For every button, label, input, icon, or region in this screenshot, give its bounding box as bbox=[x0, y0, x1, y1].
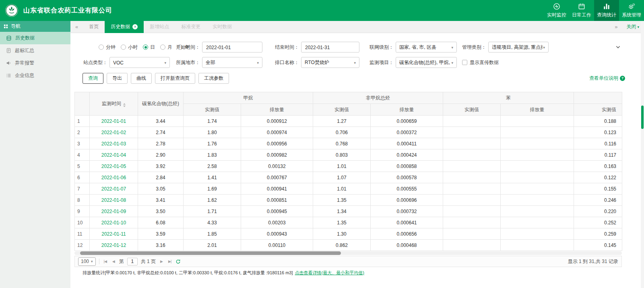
pager-first-icon[interactable]: |◀ bbox=[103, 259, 108, 263]
city-select[interactable]: 全部 ▾ bbox=[202, 57, 262, 68]
end-time-input[interactable] bbox=[301, 42, 359, 53]
table-row[interactable]: 22022-01-022.741.800.0009740.7060.000372… bbox=[75, 127, 622, 138]
daily-work-icon bbox=[578, 2, 586, 10]
period-radio-4[interactable]: 月 bbox=[160, 44, 172, 51]
monitor-items-select[interactable]: 碳氢化合物(总烃), 甲烷, 非甲烷总烃 ▾ bbox=[396, 57, 457, 68]
action-button-3[interactable]: 曲线 bbox=[131, 73, 152, 84]
horizontal-scrollbar[interactable] bbox=[74, 251, 622, 255]
stats-detail-link[interactable]: 点击查看详情(最大、最小和平均值) bbox=[295, 270, 364, 276]
site-type-select[interactable]: VOC ▾ bbox=[109, 57, 170, 68]
table-row[interactable]: 52022-01-053.922.580.001321.010.0008580.… bbox=[75, 161, 622, 172]
header-sub: 排放量 bbox=[501, 104, 574, 116]
tab-1[interactable]: 首页 bbox=[83, 21, 105, 33]
tab-scroll-left-icon[interactable]: « bbox=[70, 24, 83, 30]
page-size-select[interactable]: 100 ▾ bbox=[78, 257, 96, 266]
refresh-icon[interactable] bbox=[175, 259, 181, 264]
divider bbox=[99, 259, 99, 264]
tab-scroll-right-icon[interactable]: » bbox=[610, 24, 622, 30]
table-cell: 2.01 bbox=[184, 240, 241, 251]
date-link[interactable]: 2022-01-05 bbox=[101, 164, 126, 169]
sort-icon[interactable] bbox=[123, 103, 126, 107]
start-time-input[interactable] bbox=[202, 42, 262, 53]
table-cell bbox=[443, 127, 501, 138]
header-group-2: 非甲烷总烃 bbox=[313, 92, 443, 104]
tab-5[interactable]: 实时数据 bbox=[206, 21, 238, 33]
action-button-5[interactable]: 工况参数 bbox=[198, 73, 229, 84]
top-nav-item-2[interactable]: 日常工作 bbox=[569, 0, 594, 21]
top-nav-item-3[interactable]: 查询统计 bbox=[594, 0, 619, 21]
sidebar-item-2[interactable]: 超标汇总 bbox=[0, 44, 70, 57]
network-level-select[interactable]: 国家, 省, 市, 区县 ▾ bbox=[396, 42, 457, 53]
horizontal-scrollbar-thumb[interactable] bbox=[80, 251, 341, 255]
tab-label: 首页 bbox=[89, 23, 99, 30]
close-tabs-menu[interactable]: 关闭 ▾ bbox=[626, 23, 639, 30]
table-cell: 0.145 bbox=[574, 240, 622, 251]
date-link[interactable]: 2022-01-09 bbox=[101, 209, 126, 214]
direct-data-checkbox[interactable]: 显示直传数据 bbox=[462, 59, 499, 66]
vertical-scrollbar[interactable] bbox=[641, 21, 644, 288]
table-row[interactable]: 102022-01-106.084.330.002031.350.0006410… bbox=[75, 217, 622, 228]
unit-help-link[interactable]: 查看单位说明 ? bbox=[589, 75, 625, 82]
pager-prev-icon[interactable]: ◀ bbox=[111, 259, 116, 263]
tab-close-icon[interactable]: × bbox=[132, 24, 138, 29]
radio-icon bbox=[160, 45, 165, 50]
date-link[interactable]: 2022-01-12 bbox=[101, 242, 126, 248]
manage-type-select[interactable]: 违规项目, 高架源, 重点排污 ▾ bbox=[488, 42, 549, 53]
table-row[interactable]: 82022-01-083.411.620.0008511.350.0006960… bbox=[75, 195, 622, 206]
collapse-filter-chevron-icon[interactable] bbox=[615, 45, 621, 50]
vertical-scrollbar-thumb[interactable] bbox=[641, 106, 644, 129]
tab-2[interactable]: 历史数据× bbox=[105, 21, 144, 33]
period-radio-2[interactable]: 小时 bbox=[121, 44, 138, 51]
date-link[interactable]: 2022-01-08 bbox=[101, 197, 126, 203]
date-link[interactable]: 2022-01-02 bbox=[101, 130, 126, 135]
tab-3[interactable]: 新增站点 bbox=[144, 21, 175, 33]
sidebar-item-4[interactable]: 企业信息 bbox=[0, 69, 70, 82]
table-row[interactable]: 32022-01-032.781.760.0009560.7680.000411… bbox=[75, 138, 622, 149]
table-row[interactable]: 62022-01-062.841.410.0007671.070.0005780… bbox=[75, 172, 622, 183]
table-cell: 1.30 bbox=[313, 228, 371, 240]
table-cell bbox=[443, 161, 501, 172]
sidebar-item-1[interactable]: 历史数据 bbox=[0, 32, 70, 44]
table-cell bbox=[501, 195, 574, 206]
top-nav-item-4[interactable]: 系统管理 bbox=[619, 0, 644, 21]
period-radio-1[interactable]: 分钟 bbox=[99, 44, 116, 51]
action-button-1[interactable]: 查询 bbox=[83, 73, 103, 84]
radio-icon bbox=[99, 45, 104, 50]
header-group-3: 苯 bbox=[443, 92, 574, 104]
date-link[interactable]: 2022-01-07 bbox=[101, 186, 126, 192]
table-row[interactable]: 72022-01-073.051.690.0009411.010.0005550… bbox=[75, 183, 622, 195]
table-cell bbox=[501, 172, 574, 183]
tab-bar-right: » 关闭 ▾ bbox=[610, 23, 644, 30]
sidebar-item-3[interactable]: 异常报警 bbox=[0, 57, 70, 69]
table-cell: 0.000696 bbox=[371, 195, 443, 206]
table-row[interactable]: 112022-01-113.591.850.0009431.300.000656… bbox=[75, 228, 622, 240]
pager-next-icon[interactable]: ▶ bbox=[159, 259, 164, 263]
table-row[interactable]: 122022-01-123.162.010.001100.8620.000468… bbox=[75, 240, 622, 251]
top-nav-item-1[interactable]: 实时监控 bbox=[544, 0, 569, 21]
table-cell: 0.220 bbox=[574, 206, 622, 217]
action-button-4[interactable]: 打开新查询页 bbox=[155, 73, 195, 84]
company-title: 山东省联合农药工业有限公司 bbox=[23, 6, 112, 15]
date-link[interactable]: 2022-01-11 bbox=[101, 231, 126, 237]
outlet-select[interactable]: RTO焚烧炉 ▾ bbox=[301, 57, 359, 68]
table-cell: 3.59 bbox=[138, 228, 184, 240]
date-link[interactable]: 2022-01-04 bbox=[101, 152, 126, 158]
table-cell bbox=[443, 240, 501, 251]
date-link[interactable]: 2022-01-03 bbox=[101, 141, 126, 147]
table-row[interactable]: 12022-01-013.441.740.0009121.270.0006590… bbox=[75, 116, 622, 127]
header-monitor-time[interactable]: 监测时间 bbox=[90, 92, 138, 116]
date-link[interactable]: 2022-01-01 bbox=[101, 118, 126, 124]
date-link[interactable]: 2022-01-06 bbox=[101, 175, 126, 180]
table-cell: 1.83 bbox=[184, 149, 241, 161]
action-button-2[interactable]: 导出 bbox=[107, 73, 128, 84]
page-number-input[interactable] bbox=[127, 258, 138, 265]
period-radio-3[interactable]: 日 bbox=[143, 44, 155, 51]
table-row[interactable]: 42022-01-042.901.830.0009820.8030.000424… bbox=[75, 149, 622, 161]
tab-4[interactable]: 标准变更 bbox=[175, 21, 206, 33]
table-row[interactable]: 92022-01-093.501.710.0009451.340.0007320… bbox=[75, 206, 622, 217]
tab-label: 历史数据 bbox=[111, 23, 130, 30]
pager-last-icon[interactable]: ▶| bbox=[167, 259, 172, 263]
date-link[interactable]: 2022-01-10 bbox=[101, 220, 126, 226]
company-info-icon bbox=[6, 73, 11, 78]
emission-stats-line: 排放量统计[甲苯:0.00170 t, 非甲烷总烃:0.0100 t, 二甲苯:… bbox=[83, 270, 622, 276]
